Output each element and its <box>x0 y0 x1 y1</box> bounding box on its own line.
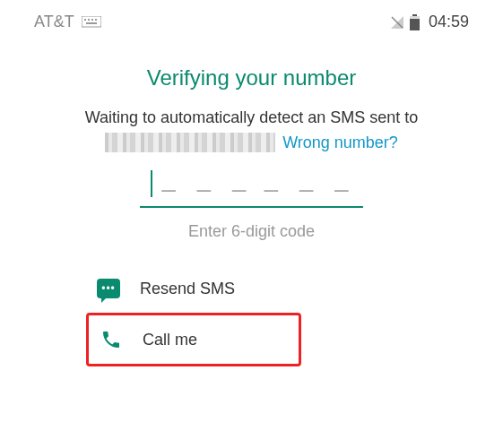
code-digits[interactable]: – – – – – – <box>140 170 363 208</box>
redacted-phone-number <box>105 133 275 152</box>
svg-rect-4 <box>95 19 97 21</box>
svg-rect-5 <box>86 22 97 24</box>
svg-rect-2 <box>88 19 90 21</box>
phone-icon <box>100 328 123 351</box>
code-group-2: – – – <box>265 176 352 202</box>
status-left: AT&T <box>34 13 101 31</box>
svg-rect-9 <box>410 19 420 30</box>
sms-icon: ••• <box>97 277 120 300</box>
keyboard-icon <box>82 16 101 29</box>
svg-rect-0 <box>82 16 101 27</box>
svg-rect-3 <box>91 19 93 21</box>
code-input[interactable]: – – – – – – Enter 6-digit code <box>0 170 503 241</box>
code-group-1: – – – <box>161 176 249 202</box>
battery-icon <box>410 14 420 30</box>
svg-rect-1 <box>84 19 86 21</box>
action-list: ••• Resend SMS Call me <box>0 264 503 366</box>
code-hint: Enter 6-digit code <box>188 222 315 241</box>
status-bar: AT&T 04:59 <box>0 0 503 40</box>
input-cursor <box>151 170 152 197</box>
page-title: Verifying your number <box>0 65 503 90</box>
phone-row: Wrong number? <box>0 133 503 152</box>
resend-sms-button[interactable]: ••• Resend SMS <box>86 264 301 313</box>
wrong-number-link[interactable]: Wrong number? <box>282 134 398 152</box>
status-time: 04:59 <box>429 13 469 31</box>
call-me-button[interactable]: Call me <box>86 313 301 366</box>
resend-sms-label: Resend SMS <box>140 280 235 298</box>
svg-rect-7 <box>412 14 417 16</box>
carrier-label: AT&T <box>34 13 74 31</box>
call-me-label: Call me <box>143 331 197 349</box>
no-signal-icon <box>390 15 404 30</box>
waiting-text: Waiting to automatically detect an SMS s… <box>0 108 503 127</box>
status-right: 04:59 <box>390 13 469 31</box>
